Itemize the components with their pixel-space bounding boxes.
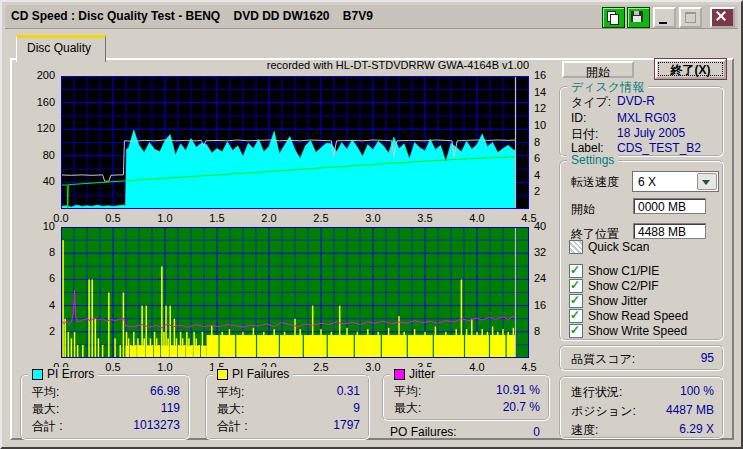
axis-tick-label: 14: [534, 86, 546, 98]
pi-errors-avg-value: 66.98: [150, 384, 180, 401]
speed-select[interactable]: 6 X: [632, 171, 719, 192]
po-failures-value: 0: [533, 425, 540, 439]
axis-tick-label: 10: [534, 119, 546, 131]
pi-failures-total-value: 1797: [333, 418, 360, 435]
jitter-group: Jitter 平均:10.91 % 最大:20.7 %: [382, 374, 550, 421]
axis-tick-label: 0.5: [99, 361, 127, 373]
recorded-with-text: recorded with HL-DT-STDVDRRW GWA-4164B v…: [61, 59, 529, 71]
axis-tick-label: 200: [21, 69, 55, 81]
jitter-max-value: 20.7 %: [503, 400, 540, 417]
show-write-speed-label: Show Write Speed: [588, 324, 687, 338]
start-button[interactable]: 開始: [562, 61, 634, 78]
show-read-speed-label: Show Read Speed: [588, 309, 688, 323]
settings-group: Settings 転送速度 6 X 開始 0000 MB 終了位置 4488 M…: [559, 160, 724, 341]
axis-tick-label: 8: [534, 325, 540, 337]
axis-tick-label: 0.5: [99, 212, 127, 224]
axis-tick-label: 1.5: [203, 212, 231, 224]
end-pos-input[interactable]: 4488 MB: [633, 223, 706, 239]
axis-tick-label: 3.0: [359, 361, 387, 373]
axis-tick-label: 4.0: [463, 361, 491, 373]
axis-tick-label: 40: [534, 220, 546, 232]
show-c2-pif-label: Show C2/PIF: [588, 279, 659, 293]
progress-group: 進行状況:100 % ポジション:4487 MB 速度:6.29 X: [559, 376, 724, 439]
show-write-speed-checkbox[interactable]: [569, 324, 583, 338]
axis-tick-label: 6: [534, 152, 540, 164]
disc-label-value: CDS_TEST_B2: [617, 141, 701, 155]
quality-score-label: 品質スコア:: [571, 351, 635, 368]
quick-scan-checkbox[interactable]: [569, 240, 583, 254]
axis-tick-label: 4.5: [515, 361, 543, 373]
pi-errors-total-value: 1013273: [133, 418, 180, 435]
settings-title: Settings: [567, 153, 618, 167]
disc-info-group: ディスク情報 タイプ:DVD-R ID:MXL RG03 日付:18 July …: [559, 86, 724, 157]
axis-tick-label: 6: [21, 272, 55, 284]
jitter-avg-value: 10.91 %: [496, 383, 540, 400]
pi-errors-title: PI Errors: [47, 367, 94, 381]
start-pos-input[interactable]: 0000 MB: [633, 198, 706, 214]
chevron-down-icon[interactable]: [697, 173, 717, 190]
axis-tick-label: 2.0: [255, 212, 283, 224]
show-jitter-label: Show Jitter: [588, 294, 647, 308]
axis-tick-label: 8: [534, 136, 540, 148]
exit-button[interactable]: 終了(X): [655, 59, 726, 79]
jitter-max-label: 最大:: [394, 400, 421, 417]
axis-tick-label: 32: [534, 246, 546, 258]
disc-type-label: タイプ:: [571, 94, 611, 111]
pi-errors-max-value: 119: [161, 401, 180, 418]
axis-tick-label: 2.5: [307, 361, 335, 373]
disc-id-label: ID:: [571, 111, 586, 125]
jitter-avg-label: 平均:: [394, 383, 421, 400]
pi-errors-group: PI Errors 平均:66.98 最大:119 合計 :1013273: [20, 374, 190, 440]
axis-tick-label: 16: [534, 299, 546, 311]
pi-errors-total-label: 合計 :: [32, 418, 63, 435]
pi-failures-avg-label: 平均:: [217, 384, 244, 401]
pi-failures-legend-swatch: [217, 369, 228, 380]
po-failures-row: PO Failures: 0: [390, 425, 540, 439]
axis-tick-label: 16: [534, 69, 546, 81]
progress-label: 進行状況:: [571, 384, 622, 401]
pi-errors-avg-label: 平均:: [32, 384, 59, 401]
axis-tick-label: 120: [21, 122, 55, 134]
tab-label: Disc Quality: [27, 41, 105, 55]
pi-failures-max-value: 9: [353, 401, 360, 418]
app-window: CD Speed : Disc Quality Test - BENQ DVD …: [0, 0, 743, 449]
show-read-speed-checkbox[interactable]: [569, 309, 583, 323]
pi-failures-avg-value: 0.31: [337, 384, 360, 401]
pie-chart-plot: [61, 76, 529, 209]
axis-tick-label: 10: [21, 220, 55, 232]
quick-scan-label: Quick Scan: [588, 240, 649, 254]
position-value: 4487 MB: [666, 403, 714, 420]
axis-tick-label: 2.5: [307, 212, 335, 224]
axis-tick-label: 160: [21, 96, 55, 108]
tab-disc-quality[interactable]: Disc Quality: [16, 35, 106, 62]
speed-status-value: 6.29 X: [679, 422, 714, 439]
disc-type-value: DVD-R: [617, 94, 655, 108]
axis-tick-label: 4.0: [463, 212, 491, 224]
axis-tick-label: 3.5: [411, 212, 439, 224]
pi-failures-total-label: 合計 :: [217, 418, 248, 435]
show-c1-pie-checkbox[interactable]: [569, 264, 583, 278]
jitter-title: Jitter: [409, 367, 435, 381]
axis-tick-label: 40: [21, 175, 55, 187]
axis-tick-label: 12: [534, 102, 546, 114]
quality-score-group: 品質スコア:95: [559, 345, 724, 371]
axis-tick-label: 1.0: [151, 361, 179, 373]
pie-chart: 20016012080401614121086420.00.51.01.52.0…: [61, 76, 529, 209]
pi-failures-max-label: 最大:: [217, 401, 244, 418]
disc-date-value: 18 July 2005: [617, 126, 685, 140]
axis-tick-label: 80: [21, 149, 55, 161]
pi-errors-max-label: 最大:: [32, 401, 59, 418]
jitter-legend-swatch: [394, 369, 405, 380]
speed-value: 6 X: [638, 175, 656, 189]
pif-chart: 1086424032241680.00.51.01.52.02.53.03.54…: [61, 227, 529, 358]
po-failures-label: PO Failures:: [390, 425, 457, 439]
axis-tick-label: 2: [534, 185, 540, 197]
show-c2-pif-checkbox[interactable]: [569, 279, 583, 293]
axis-tick-label: 24: [534, 272, 546, 284]
pi-failures-title: PI Failures: [232, 367, 289, 381]
axis-tick-label: 4: [534, 169, 540, 181]
axis-tick-label: 2: [21, 325, 55, 337]
start-pos-label: 開始: [571, 201, 595, 218]
show-jitter-checkbox[interactable]: [569, 294, 583, 308]
progress-value: 100 %: [680, 384, 714, 401]
